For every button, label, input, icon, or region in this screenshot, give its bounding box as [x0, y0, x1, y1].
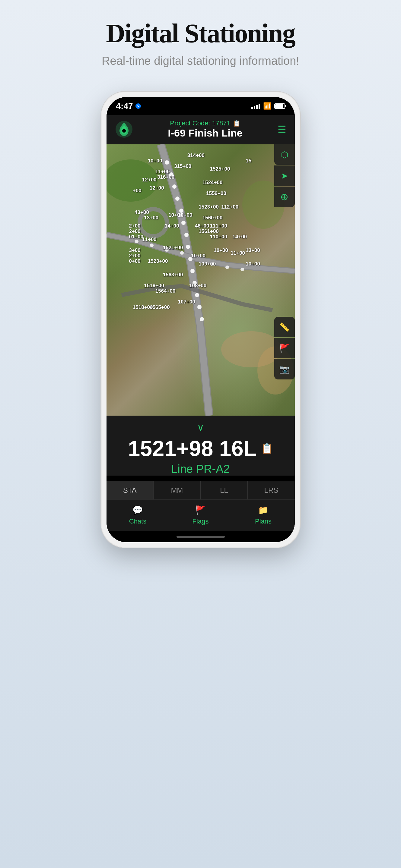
svg-point-13 [195, 293, 199, 297]
map-roads [107, 144, 295, 415]
hamburger-icon[interactable]: ☰ [278, 124, 286, 135]
svg-point-16 [135, 240, 139, 243]
station-label: +00 [133, 188, 142, 194]
svg-point-19 [180, 251, 184, 255]
svg-point-22 [240, 268, 244, 271]
station-label: 11+00 [142, 237, 156, 243]
nav-flags[interactable]: 🚩 Flags [169, 505, 232, 525]
flag-button[interactable]: 🚩 [274, 338, 295, 358]
chevron-down-icon[interactable]: ∨ [115, 422, 286, 433]
station-panel: ∨ 1521+98 16L 📋 Line PR-A2 [107, 415, 295, 475]
station-label: 1560+00 [202, 215, 223, 221]
svg-point-7 [181, 221, 185, 225]
project-name: I-69 Finish Line [138, 127, 273, 139]
svg-point-15 [200, 317, 204, 321]
home-indicator [107, 531, 295, 542]
plans-nav-label: Plans [255, 518, 271, 525]
nav-chats[interactable]: 💬 Chats [107, 505, 169, 525]
page-title: Digital Stationing [106, 18, 295, 49]
station-label: 2+00 [129, 228, 140, 235]
svg-point-1 [122, 129, 126, 133]
map-area[interactable]: 314+00 10+00 315+00 11+00 316+00 12+00 1… [107, 144, 295, 415]
station-label: 1524+00 [202, 180, 223, 186]
copy-icon[interactable]: 📋 [261, 443, 273, 454]
svg-point-11 [191, 269, 195, 273]
station-label: 01+00 [129, 234, 143, 240]
station-label: 12+00 [150, 185, 164, 191]
flags-nav-icon: 🚩 [195, 505, 206, 515]
station-label: 10+00 [191, 253, 205, 259]
station-label: 11+00 [155, 169, 170, 175]
station-label: 1519+00 [144, 283, 164, 289]
station-label: 107+00 [178, 299, 195, 305]
phone-mockup: 4:47 ➤ 📶 [101, 92, 300, 548]
line-name: Line PR-A2 [115, 463, 286, 475]
station-label: 315+00 [174, 163, 191, 169]
phone-screen: 4:47 ➤ 📶 [107, 97, 295, 542]
station-label: 3+00 [129, 247, 140, 253]
station-label: 1563+00 [163, 272, 183, 278]
navigation-icon: ➤ [281, 171, 288, 181]
svg-point-8 [184, 233, 189, 237]
zoom-add-button[interactable]: ⊕ [274, 187, 295, 207]
flags-nav-label: Flags [193, 518, 209, 525]
station-label: 1520+00 [148, 258, 168, 264]
station-label: 14+00 [233, 234, 247, 240]
station-label: 1565+00 [150, 304, 170, 310]
camera-icon: 📷 [279, 364, 290, 374]
station-label: 1564+00 [155, 288, 176, 294]
station-label: 10+00 [213, 247, 228, 253]
location-button[interactable]: ➤ [274, 165, 295, 186]
tab-ll[interactable]: LL [201, 481, 248, 499]
tab-lrs[interactable]: LRS [248, 481, 294, 499]
station-label: 1559+00 [206, 190, 226, 196]
home-bar [176, 536, 225, 538]
station-label: 13+00 [144, 215, 159, 221]
chats-nav-icon: 💬 [133, 505, 143, 515]
measure-icon: 📏 [279, 322, 290, 332]
tab-bar: STA MM LL LRS [107, 481, 295, 499]
tab-sta[interactable]: STA [107, 481, 153, 499]
svg-point-17 [150, 244, 153, 247]
station-label: 316+00 [157, 174, 174, 180]
station-label: 43+00 [135, 210, 149, 216]
battery-icon [274, 103, 285, 109]
station-label: 10+00 [178, 212, 193, 218]
svg-point-2 [165, 160, 169, 164]
nav-plans[interactable]: 📁 Plans [232, 505, 295, 525]
station-label: 46+00 [195, 223, 209, 229]
layers-button[interactable]: ⬡ [274, 144, 295, 165]
station-label: 111+00 [210, 223, 227, 229]
station-label: 1525+00 [210, 166, 230, 172]
svg-point-4 [172, 184, 176, 189]
tab-mm[interactable]: MM [153, 481, 201, 499]
signal-bars-icon [251, 103, 260, 109]
station-label: 13+00 [246, 247, 260, 253]
status-time: 4:47 ➤ [116, 101, 141, 111]
station-label: 1523+00 [199, 204, 219, 210]
app-header: Project Code: 17871 📋 I-69 Finish Line ☰ [107, 115, 295, 144]
measure-button[interactable]: 📏 [274, 317, 295, 337]
station-label: 110+00 [210, 234, 227, 240]
station-number: 1521+98 16L 📋 [115, 436, 286, 461]
layers-icon: ⬡ [281, 150, 288, 160]
station-label: 10+00 [148, 158, 162, 164]
plus-circle-icon: ⊕ [280, 191, 288, 203]
station-label: 10+00 [246, 261, 260, 267]
svg-point-21 [225, 266, 229, 269]
station-label: 108+00 [189, 283, 206, 289]
svg-point-14 [197, 305, 202, 309]
chats-nav-label: Chats [129, 518, 146, 525]
camera-button[interactable]: 📷 [274, 359, 295, 379]
station-label: 109+00 [199, 261, 216, 267]
map-toolbar-bottom: 📏 🚩 📷 [274, 317, 295, 379]
station-label: 1521+00 [163, 245, 183, 251]
header-center: Project Code: 17871 📋 I-69 Finish Line [138, 119, 273, 139]
app-logo [115, 120, 133, 138]
svg-point-9 [186, 245, 190, 249]
station-label: 12+00 [142, 177, 156, 183]
page-subtitle: Real-time digital stationing information… [102, 55, 299, 67]
station-label: 14+00 [165, 223, 179, 229]
bottom-nav: 💬 Chats 🚩 Flags 📁 Plans [107, 499, 295, 531]
station-label: 1561+00 [199, 228, 219, 235]
